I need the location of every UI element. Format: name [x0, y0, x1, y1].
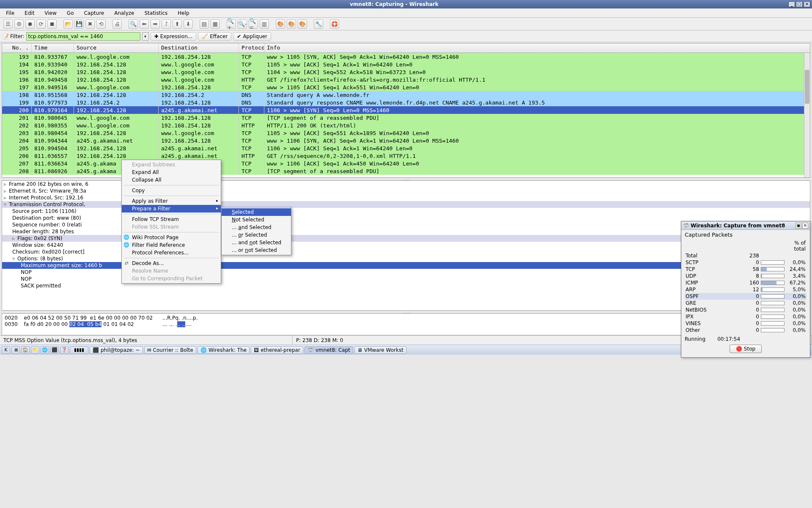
window-close-button[interactable]: ✕	[804, 1, 810, 7]
context-menu[interactable]: Expand SubtreesExpand AllCollapse AllCop…	[121, 160, 221, 284]
packet-row[interactable]: 199810.977973192.168.254.2192.168.254.12…	[2, 99, 810, 106]
window-minimize-button[interactable]: _	[788, 1, 795, 7]
context-submenu-prepare-filter[interactable]: SelectedNot Selected... and Selected... …	[221, 207, 291, 255]
toolbar-find-icon[interactable]: 🔍	[129, 19, 138, 29]
packet-row[interactable]: 194810.933940192.168.254.128www.l.google…	[2, 61, 810, 68]
toolbar-down-icon[interactable]: ⬇	[184, 19, 193, 29]
help-icon[interactable]: ❓	[60, 346, 69, 354]
toolbar-print-icon[interactable]: 🖨	[112, 19, 122, 29]
packet-row[interactable]: 203810.980454192.168.254.128www.l.google…	[2, 129, 810, 137]
toolbar-palette1-icon[interactable]: 🎨	[276, 19, 285, 29]
packet-row[interactable]: 200810.979164192.168.254.128a245.g.akama…	[2, 106, 810, 114]
menu-help[interactable]: Help	[174, 9, 192, 17]
toolbar-tune-icon[interactable]: ⚙	[14, 19, 24, 29]
capture-stats-shade-button[interactable]: ▣	[796, 223, 801, 229]
column-header-destination[interactable]: Destination	[159, 44, 239, 52]
context-submenu-item[interactable]: Selected	[222, 208, 291, 216]
context-submenu-item[interactable]: ... or Selected	[222, 231, 291, 239]
menu-statistics[interactable]: Statistics	[141, 9, 171, 17]
context-submenu-item[interactable]: ... and not Selected	[222, 239, 291, 246]
packet-row[interactable]: 205810.994504192.168.254.128a245.g.akama…	[2, 144, 810, 152]
packet-row[interactable]: 197810.949516www.l.google.com192.168.254…	[2, 83, 810, 91]
toolbar-list-icon[interactable]: ☰	[3, 19, 13, 29]
toolbar-palette3-icon[interactable]: 🎨	[298, 19, 307, 29]
toolbar-columns-icon[interactable]: ▥	[260, 19, 269, 29]
toolbar-back-icon[interactable]: ⬅	[140, 19, 149, 29]
packet-row[interactable]: 206811.036557192.168.254.128a245.g.akama…	[2, 152, 810, 160]
context-menu-item[interactable]: Collapse All	[122, 176, 221, 184]
packet-list-scrollbar[interactable]	[804, 53, 810, 177]
places-icon[interactable]: 📁	[31, 346, 39, 354]
toolbar-zoom-out-icon[interactable]: 🔍-	[238, 19, 247, 29]
capture-stats-titlebar[interactable]: 🦈 Wireshark: Capture from vmnet8 ▣ ✕	[681, 221, 810, 230]
context-menu-item[interactable]: Decode As...⇄	[122, 260, 221, 267]
home-icon[interactable]: 🏠	[21, 346, 30, 354]
context-menu-item[interactable]: Expand All	[122, 168, 221, 176]
taskbar-entry[interactable]: ⬛phil@topaze: ~	[90, 346, 143, 354]
show-desktop-icon[interactable]: 🖥	[11, 346, 20, 354]
menu-edit[interactable]: Edit	[21, 9, 38, 17]
start-menu-button[interactable]: K	[2, 346, 10, 354]
context-menu-item[interactable]: Filter Field Reference🌐	[122, 241, 221, 249]
window-maximize-button[interactable]: ▢	[796, 1, 803, 7]
toolbar-reload-icon[interactable]: ⟲	[96, 19, 106, 29]
toolbar-jump-up-icon[interactable]: ⤴	[162, 19, 171, 29]
packet-list-header[interactable]: No. . Time Source Destination Protocol I…	[2, 44, 810, 53]
capture-stats-window[interactable]: 🦈 Wireshark: Capture from vmnet8 ▣ ✕ Cap…	[681, 221, 810, 358]
capture-stop-button[interactable]: 🔴 Stop	[730, 345, 762, 353]
menu-capture[interactable]: Capture	[80, 9, 107, 17]
context-submenu-item[interactable]: Not Selected	[222, 216, 291, 224]
context-menu-item[interactable]: Apply as Filter▸	[122, 197, 221, 205]
filter-dropdown-button[interactable]: ▾	[142, 32, 149, 41]
packet-row[interactable]: 201810.980045www.l.google.com192.168.254…	[2, 114, 810, 121]
context-menu-item[interactable]: Follow TCP Stream	[122, 215, 221, 223]
filter-expression-button[interactable]: ✚ Expression...	[151, 32, 197, 41]
taskbar-entry[interactable]: 🖥VMware Workst	[354, 346, 406, 354]
context-submenu-item[interactable]: ... and Selected	[222, 224, 291, 231]
toolbar-palette2-icon[interactable]: 🎨	[287, 19, 296, 29]
toolbar-close-icon[interactable]: ✖	[85, 19, 95, 29]
menu-file[interactable]: File	[3, 9, 18, 17]
packet-row[interactable]: 202810.980355www.l.google.com192.168.254…	[2, 121, 810, 129]
toolbar-save-icon[interactable]: 💾	[74, 19, 84, 29]
pager-icon[interactable]: ▮▮▮▮	[70, 346, 88, 354]
column-header-source[interactable]: Source	[74, 44, 159, 52]
toolbar-zoom-reset-icon[interactable]: 🔍=	[249, 19, 258, 29]
packet-row[interactable]: 204810.994344a245.g.akamai.net192.168.25…	[2, 137, 810, 144]
taskbar-entry[interactable]: ✉Courrier :: Boîte	[144, 346, 196, 354]
column-header-protocol[interactable]: Protocol	[239, 44, 264, 52]
toolbar-zoom-in-icon[interactable]: 🔍+	[227, 19, 236, 29]
context-menu-item[interactable]: Prepare a Filter▸	[122, 205, 221, 213]
column-header-no[interactable]: No. .	[2, 44, 32, 52]
taskbar-entry[interactable]: 🌐Wireshark: The	[198, 346, 250, 354]
filter-clear-button[interactable]: 🧹 Effacer	[198, 32, 231, 41]
toolbar-help-icon[interactable]: 🛟	[330, 19, 339, 29]
taskbar-entry[interactable]: 🦈vmnet8: Capt	[304, 346, 353, 354]
packet-list-pane[interactable]: No. . Time Source Destination Protocol I…	[2, 43, 810, 178]
context-menu-item[interactable]: Wiki Protocol Page🌐	[122, 234, 221, 241]
toolbar-capture-icon[interactable]: ⏺	[25, 19, 35, 29]
menu-view[interactable]: View	[41, 9, 60, 17]
toolbar-layout2-icon[interactable]: ▦	[211, 19, 220, 29]
toolbar-up-icon[interactable]: ⬆	[173, 19, 182, 29]
column-header-info[interactable]: Info	[264, 44, 810, 52]
capture-stats-close-button[interactable]: ✕	[802, 223, 808, 229]
context-menu-item[interactable]: Protocol Preferences...	[122, 249, 221, 257]
toolbar-restart-icon[interactable]: ⟳	[36, 19, 46, 29]
filter-apply-button[interactable]: ✔ Appliquer	[233, 32, 271, 41]
menu-go[interactable]: Go	[63, 9, 77, 17]
toolbar-stop-icon[interactable]: ⏹	[47, 19, 57, 29]
terminal-icon[interactable]: ⬛	[50, 346, 59, 354]
menu-analyze[interactable]: Analyze	[111, 9, 137, 17]
filter-input[interactable]	[26, 32, 140, 41]
column-header-time[interactable]: Time	[32, 44, 74, 52]
packet-row[interactable]: 196810.949458192.168.254.128www.l.google…	[2, 76, 810, 83]
context-menu-item[interactable]: Copy	[122, 187, 221, 194]
toolbar-open-icon[interactable]: 📂	[63, 19, 73, 29]
taskbar-entry[interactable]: 🖼ethereal-prepar	[251, 346, 303, 354]
packet-row[interactable]: 193810.933767www.l.google.com192.168.254…	[2, 53, 810, 61]
toolbar-layout1-icon[interactable]: ▤	[200, 19, 209, 29]
toolbar-fwd-icon[interactable]: ➡	[151, 19, 160, 29]
packet-row[interactable]: 198810.951568192.168.254.128192.168.254.…	[2, 91, 810, 99]
packet-row[interactable]: 195810.942020192.168.254.128www.l.google…	[2, 68, 810, 76]
